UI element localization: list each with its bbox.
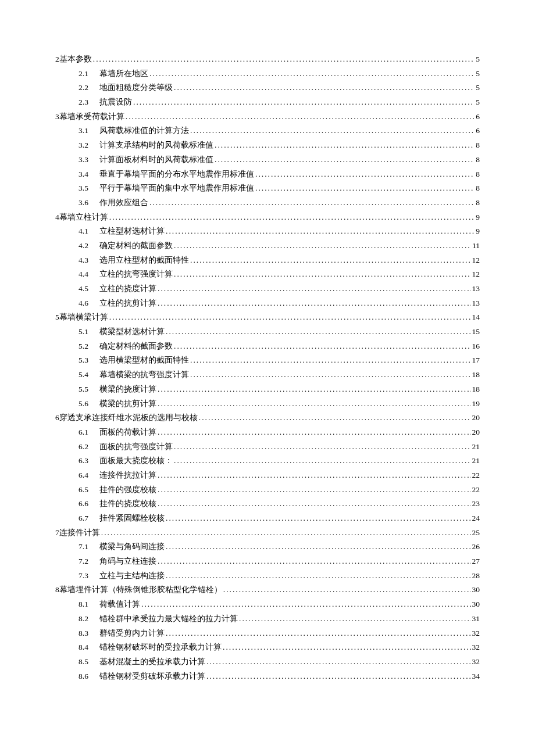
toc-entry[interactable]: 3.3计算面板材料时的风荷载标准值8 (79, 156, 480, 164)
toc-entry-page: 13 (472, 285, 480, 293)
toc-entry-number: 3.1 (79, 127, 99, 135)
toc-entry-title: 面板最大挠度校核： (99, 457, 173, 465)
toc-leader-dots (223, 643, 471, 651)
toc-entry[interactable]: 2.2地面粗糙度分类等级5 (79, 84, 480, 92)
toc-entry-number: 7.1 (79, 543, 99, 551)
toc-entry[interactable]: 2 基本参数5 (55, 55, 480, 63)
toc-entry[interactable]: 5.2确定材料的截面参数16 (79, 342, 480, 350)
toc-entry[interactable]: 5.4幕墙横梁的抗弯强度计算18 (79, 371, 480, 379)
toc-entry[interactable]: 3.2计算支承结构时的风荷载标准值8 (79, 141, 480, 149)
toc-entry[interactable]: 2.3抗震设防5 (79, 98, 480, 106)
toc-entry-number: 5.3 (79, 356, 99, 364)
toc-entry-number: 8.2 (79, 615, 99, 623)
toc-leader-dots (174, 84, 475, 92)
toc-leader-dots (190, 371, 471, 379)
toc-entry-number: 3.2 (79, 141, 99, 149)
toc-entry[interactable]: 8 幕墙埋件计算（特殊倒锥形胶粘型化学锚栓）30 (55, 586, 480, 594)
toc-entry[interactable]: 8.6锚栓钢材受剪破坏承载力计算34 (79, 672, 480, 680)
toc-entry-title: 地面粗糙度分类等级 (99, 84, 173, 92)
toc-entry-page: 32 (472, 629, 480, 637)
toc-entry[interactable]: 8.5基材混凝土的受拉承载力计算32 (79, 658, 480, 666)
toc-entry-number: 4.6 (79, 299, 99, 307)
toc-entry-title: 作用效应组合 (99, 199, 148, 207)
toc-entry-page: 28 (472, 572, 480, 580)
toc-entry[interactable]: 7.1横梁与角码间连接26 (79, 543, 480, 551)
toc-entry-title: 面板的荷载计算 (99, 428, 156, 436)
toc-entry[interactable]: 6.6挂件的挠度校核23 (79, 500, 480, 508)
toc-entry[interactable]: 8.3群锚受剪内力计算32 (79, 629, 480, 637)
toc-entry-number: 8.3 (79, 629, 99, 637)
toc-entry-page: 5 (476, 98, 480, 106)
toc-entry-page: 30 (472, 586, 480, 594)
toc-entry-page: 21 (472, 457, 480, 465)
toc-entry-page: 25 (472, 529, 480, 537)
toc-leader-dots (149, 70, 475, 78)
toc-entry[interactable]: 5.3选用横梁型材的截面特性17 (79, 356, 480, 364)
toc-entry[interactable]: 3.1风荷载标准值的计算方法6 (79, 127, 480, 135)
toc-entry-number: 8 (55, 586, 59, 594)
toc-entry-page: 9 (476, 227, 480, 235)
toc-entry-title: 平行于幕墙平面的集中水平地震作用标准值 (99, 184, 254, 192)
toc-entry[interactable]: 7.2角码与立柱连接27 (79, 557, 480, 565)
toc-entry-number: 3.6 (79, 199, 99, 207)
toc-entry[interactable]: 6.7挂件紧固螺栓校核24 (79, 514, 480, 522)
toc-entry[interactable]: 3.4垂直于幕墙平面的分布水平地震作用标准值8 (79, 170, 480, 178)
toc-entry[interactable]: 4.2确定材料的截面参数11 (79, 242, 480, 250)
toc-entry[interactable]: 4.6立柱的抗剪计算13 (79, 299, 480, 307)
toc-entry-number: 3.4 (79, 170, 99, 178)
toc-entry[interactable]: 4.1立柱型材选材计算9 (79, 227, 480, 235)
toc-entry-title: 风荷载标准值的计算方法 (99, 127, 189, 135)
toc-entry[interactable]: 5.6横梁的抗剪计算19 (79, 400, 480, 408)
toc-entry[interactable]: 5.1横梁型材选材计算15 (79, 328, 480, 336)
toc-entry-number: 6.6 (79, 500, 99, 508)
toc-entry[interactable]: 8.2锚栓群中承受拉力最大锚栓的拉力计算31 (79, 615, 480, 623)
toc-entry-page: 5 (476, 55, 480, 63)
toc-entry-number: 5.5 (79, 385, 99, 393)
toc-entry[interactable]: 4.3选用立柱型材的截面特性12 (79, 256, 480, 264)
toc-entry[interactable]: 4.5立柱的挠度计算13 (79, 285, 480, 293)
toc-leader-dots (199, 414, 471, 422)
toc-entry-title: 基材混凝土的受拉承载力计算 (99, 658, 205, 666)
toc-entry-title: 立柱型材选材计算 (99, 227, 165, 235)
toc-entry-page: 26 (472, 543, 480, 551)
toc-entry-number: 2.3 (79, 98, 99, 106)
toc-entry[interactable]: 3.6作用效应组合8 (79, 199, 480, 207)
toc-entry[interactable]: 3.5平行于幕墙平面的集中水平地震作用标准值8 (79, 184, 480, 192)
toc-entry-page: 6 (476, 127, 480, 135)
toc-entry[interactable]: 2.1幕墙所在地区5 (79, 70, 480, 78)
toc-entry[interactable]: 6.3面板最大挠度校核：21 (79, 457, 480, 465)
toc-entry[interactable]: 5 幕墙横梁计算14 (55, 313, 480, 321)
toc-entry-title: 选用立柱型材的截面特性 (99, 256, 189, 264)
toc-entry[interactable]: 4.4立柱的抗弯强度计算12 (79, 270, 480, 278)
toc-entry-page: 13 (472, 299, 480, 307)
toc-entry-title: 穿透支承连接纤维水泥板的选用与校核 (59, 414, 198, 422)
toc-page: 2 基本参数52.1幕墙所在地区52.2地面粗糙度分类等级52.3抗震设防53 … (0, 0, 535, 744)
toc-entry-number: 6.5 (79, 486, 99, 494)
toc-entry[interactable]: 4 幕墙立柱计算9 (55, 213, 480, 221)
toc-entry[interactable]: 6.4连接件抗拉计算22 (79, 471, 480, 479)
toc-entry[interactable]: 3 幕墙承受荷载计算6 (55, 113, 480, 121)
toc-entry-title: 抗震设防 (99, 98, 132, 106)
toc-entry-title: 立柱的抗剪计算 (99, 299, 156, 307)
toc-entry-title: 计算支承结构时的风荷载标准值 (99, 141, 213, 149)
toc-entry[interactable]: 6.1面板的荷载计算20 (79, 428, 480, 436)
toc-entry[interactable]: 5.5横梁的挠度计算18 (79, 385, 480, 393)
toc-entry-number: 5.6 (79, 400, 99, 408)
toc-leader-dots (166, 328, 471, 336)
toc-entry[interactable]: 8.4锚栓钢材破坏时的受拉承载力计算32 (79, 643, 480, 651)
toc-entry-page: 22 (472, 486, 480, 494)
toc-entry[interactable]: 8.1荷载值计算30 (79, 600, 480, 608)
toc-entry-number: 4 (55, 213, 59, 221)
toc-entry[interactable]: 6.2面板的抗弯强度计算21 (79, 443, 480, 451)
toc-entry-number: 8.1 (79, 600, 99, 608)
toc-entry[interactable]: 6 穿透支承连接纤维水泥板的选用与校核20 (55, 414, 480, 422)
toc-entry-title: 群锚受剪内力计算 (99, 629, 165, 637)
toc-entry-page: 20 (472, 414, 480, 422)
toc-entry[interactable]: 6.5挂件的强度校核22 (79, 486, 480, 494)
toc-leader-dots (158, 400, 471, 408)
toc-entry-title: 挂件的强度校核 (99, 486, 156, 494)
toc-entry[interactable]: 7.3立柱与主结构连接28 (79, 572, 480, 580)
toc-entry-number: 4.4 (79, 270, 99, 278)
toc-entry-number: 3.5 (79, 184, 99, 192)
toc-entry[interactable]: 7 连接件计算25 (55, 529, 480, 537)
